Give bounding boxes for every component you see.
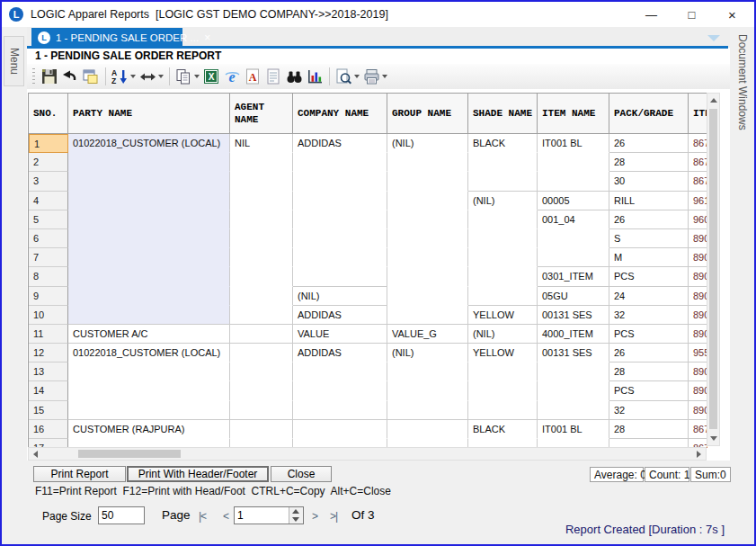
sort-button[interactable]: AZ [110,66,138,87]
cell-group[interactable] [387,267,468,286]
print-report-button[interactable]: Print Report [33,466,126,482]
cell-party[interactable] [68,248,230,267]
cell-party[interactable]: 01022018_CUSTOMER (LOCAL) [68,344,230,363]
cell-agent[interactable]: NIL [230,134,293,153]
cell-party[interactable] [68,229,230,248]
cell-shade[interactable]: YELLOW [468,306,538,325]
print-with-header-footer-button[interactable]: Print With Header/Footer [127,466,269,482]
row-number[interactable]: 3 [29,172,68,191]
cell-party[interactable]: CUSTOMER A/C [68,325,230,344]
print-preview-button[interactable] [334,66,361,87]
cell-group[interactable] [387,306,468,325]
cell-agent[interactable] [230,401,293,420]
cell-item[interactable]: IT001 BL [538,420,609,439]
prev-page-button[interactable]: < [223,510,228,523]
column-header-company[interactable]: COMPANY NAME [293,94,387,133]
cell-ite[interactable]: 955 [689,344,707,363]
toolbar-grip[interactable] [32,68,35,85]
column-header-group[interactable]: GROUP NAME [387,94,468,133]
cell-agent[interactable] [230,381,293,400]
cell-shade[interactable] [468,401,538,420]
row-number[interactable]: 5 [29,210,68,229]
document-windows-tab[interactable]: Document Windows [736,34,749,130]
cell-ite[interactable]: 867 [689,134,707,153]
page-size-input[interactable] [98,506,145,524]
cell-pack[interactable]: 26 [609,210,689,229]
cell-shade[interactable] [468,153,538,172]
cell-shade[interactable] [468,248,538,267]
cell-agent[interactable] [230,172,293,191]
cell-party[interactable]: CUSTOMER (RAJPURA) [68,420,230,439]
cell-ite[interactable]: 890 [689,267,707,286]
cell-agent[interactable] [230,229,293,248]
cell-pack[interactable]: 28 [609,153,689,172]
vertical-scrollbar-thumb[interactable] [709,109,717,429]
maximize-button[interactable]: □ [672,2,712,27]
cell-pack[interactable]: PCS [609,381,689,400]
export-excel-button[interactable]: X [201,66,222,87]
cell-pack[interactable]: M [609,248,689,267]
scroll-left-icon[interactable] [29,448,42,460]
cell-pack[interactable]: PCS [609,267,689,286]
cell-ite[interactable]: 890 [689,287,707,306]
cell-pack[interactable]: 32 [609,306,689,325]
next-page-button[interactable]: > [312,510,317,523]
row-number[interactable]: 7 [29,248,68,267]
cell-pack[interactable]: 26 [609,134,689,153]
cell-item[interactable]: 00005 [538,192,609,210]
cell-company[interactable] [293,420,387,439]
cell-company[interactable] [293,229,387,248]
print-button[interactable] [361,66,389,87]
export-pdf-button[interactable]: A [243,66,263,87]
cell-company[interactable] [293,381,387,400]
cell-item[interactable] [538,248,609,267]
cell-agent[interactable] [230,248,293,267]
cell-ite[interactable]: 961 [689,192,707,210]
cell-item[interactable] [538,153,609,172]
cell-group[interactable] [387,363,468,381]
cell-group[interactable] [387,172,468,191]
copy-button[interactable] [173,66,201,87]
cell-item[interactable]: 4000_ITEM [538,325,609,344]
scroll-up-icon[interactable] [707,94,719,107]
cell-group[interactable]: VALUE_G [387,325,468,344]
cell-pack[interactable]: 26 [609,344,689,363]
column-header-party[interactable]: PARTY NAME [68,94,230,133]
cell-party[interactable] [68,401,230,420]
cell-item[interactable]: 00131 SES [538,306,609,325]
cell-agent[interactable] [230,420,293,439]
minimize-button[interactable]: — [631,2,672,27]
cell-item[interactable] [538,401,609,420]
cell-company[interactable] [293,192,387,210]
cell-ite[interactable]: 867 [689,153,707,172]
cell-agent[interactable] [230,287,293,306]
cell-shade[interactable] [468,210,538,229]
row-number[interactable]: 14 [29,381,68,400]
vertical-scrollbar[interactable] [707,93,720,446]
cell-agent[interactable] [230,325,293,344]
cell-party[interactable] [68,363,230,381]
cell-item[interactable] [538,381,609,400]
cell-company[interactable] [293,153,387,172]
cell-shade[interactable] [468,172,538,191]
cell-agent[interactable] [230,363,293,381]
cell-party[interactable] [68,267,230,286]
save-button[interactable] [40,66,60,87]
close-button[interactable]: × [712,2,752,27]
cell-party[interactable]: 01022018_CUSTOMER (LOCAL) [68,134,230,153]
cell-item[interactable] [538,363,609,381]
scroll-down-icon[interactable] [707,432,719,445]
cell-party[interactable] [68,172,230,191]
cell-company[interactable] [293,172,387,191]
row-number[interactable]: 8 [29,267,68,286]
cell-ite[interactable]: 960 [689,210,707,229]
cell-group[interactable] [387,420,468,439]
first-page-button[interactable]: |< [199,510,206,523]
cell-pack[interactable]: 32 [609,401,689,420]
row-number[interactable]: 10 [29,306,68,325]
cell-group[interactable] [387,381,468,400]
last-page-button[interactable]: >| [330,510,337,523]
cell-shade[interactable]: YELLOW [468,344,538,363]
cell-shade[interactable]: BLACK [468,420,538,439]
column-header-item[interactable]: ITEM NAME [538,94,609,133]
